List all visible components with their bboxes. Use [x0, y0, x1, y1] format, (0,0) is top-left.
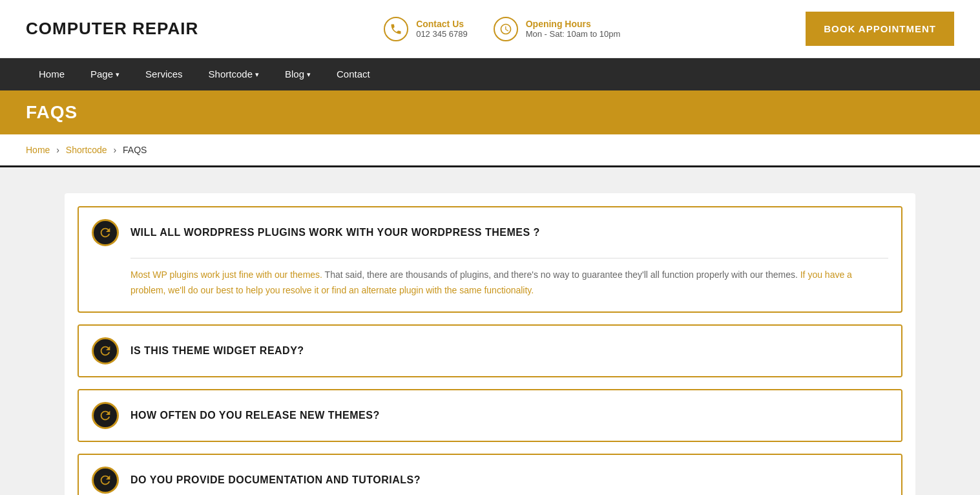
refresh-icon-3	[98, 408, 112, 423]
faq-question-2: IS THIS THEME WIDGET READY?	[130, 345, 304, 357]
faq-question-3: HOW OFTEN DO YOU RELEASE NEW THEMES?	[130, 410, 380, 421]
contact-info: Contact Us 012 345 6789	[384, 17, 468, 41]
faq-header-3[interactable]: HOW OFTEN DO YOU RELEASE NEW THEMES?	[79, 390, 901, 441]
faq-icon-3	[92, 402, 119, 429]
hours-value: Mon - Sat: 10am to 10pm	[526, 29, 621, 39]
faq-question-1: WILL ALL WORDPRESS PLUGINS WORK WITH YOU…	[130, 227, 540, 238]
faq-answer-1-part1: Most WP plugins work just fine with our …	[130, 269, 322, 280]
nav-blog-arrow: ▾	[307, 58, 311, 90]
breadcrumb-home[interactable]: Home	[26, 145, 50, 155]
nav-shortcode-arrow: ▾	[255, 58, 259, 90]
faq-header-2[interactable]: IS THIS THEME WIDGET READY?	[79, 326, 901, 376]
breadcrumb-sep-2: ›	[114, 145, 117, 155]
page-title: FAQS	[26, 102, 954, 123]
faq-item-2: IS THIS THEME WIDGET READY?	[78, 324, 902, 377]
faq-icon-2	[92, 337, 119, 364]
faq-icon-4	[92, 467, 119, 494]
faq-answer-1: Most WP plugins work just fine with our …	[130, 268, 888, 299]
phone-icon	[384, 17, 408, 41]
faq-question-4: DO YOU PROVIDE DOCUMENTATION AND TUTORIA…	[130, 474, 421, 486]
faq-item-3: HOW OFTEN DO YOU RELEASE NEW THEMES?	[78, 389, 902, 442]
refresh-icon-1	[98, 226, 112, 240]
nav-contact[interactable]: Contact	[324, 58, 383, 90]
main-navbar: Home Page ▾ Services Shortcode ▾ Blog ▾ …	[0, 58, 980, 90]
nav-page-arrow: ▾	[116, 58, 120, 90]
nav-shortcode[interactable]: Shortcode ▾	[196, 58, 272, 90]
site-logo: COMPUTER REPAIR	[26, 19, 198, 39]
faq-item-4: DO YOU PROVIDE DOCUMENTATION AND TUTORIA…	[78, 454, 902, 495]
faq-divider-1	[130, 258, 888, 258]
site-header: COMPUTER REPAIR Contact Us 012 345 6789 …	[0, 0, 980, 58]
faq-header-1[interactable]: WILL ALL WORDPRESS PLUGINS WORK WITH YOU…	[79, 207, 901, 258]
nav-home[interactable]: Home	[26, 58, 78, 90]
breadcrumb-shortcode[interactable]: Shortcode	[66, 145, 107, 155]
page-title-bar: FAQS	[0, 90, 980, 134]
hours-text: Opening Hours Mon - Sat: 10am to 10pm	[526, 19, 621, 39]
faq-icon-1	[92, 219, 119, 246]
main-content: WILL ALL WORDPRESS PLUGINS WORK WITH YOU…	[0, 167, 980, 495]
book-appointment-button[interactable]: BOOK APPOINTMENT	[806, 12, 954, 46]
faq-header-4[interactable]: DO YOU PROVIDE DOCUMENTATION AND TUTORIA…	[79, 455, 901, 495]
contact-text: Contact Us 012 345 6789	[416, 19, 468, 39]
breadcrumb: Home › Shortcode › FAQS	[0, 134, 980, 167]
header-contact-area: Contact Us 012 345 6789 Opening Hours Mo…	[384, 17, 620, 41]
breadcrumb-current: FAQS	[123, 145, 147, 155]
nav-services[interactable]: Services	[132, 58, 196, 90]
hours-label: Opening Hours	[526, 19, 621, 29]
refresh-icon-2	[98, 344, 112, 358]
faq-item-1: WILL ALL WORDPRESS PLUGINS WORK WITH YOU…	[78, 206, 902, 313]
nav-blog[interactable]: Blog ▾	[272, 58, 324, 90]
clock-icon	[494, 17, 518, 41]
contact-label: Contact Us	[416, 19, 468, 29]
contact-phone: 012 345 6789	[416, 29, 468, 39]
faq-container: WILL ALL WORDPRESS PLUGINS WORK WITH YOU…	[65, 193, 915, 495]
faq-answer-1-part2: That said, there are thousands of plugin…	[325, 269, 800, 280]
breadcrumb-sep-1: ›	[56, 145, 59, 155]
refresh-icon-4	[98, 473, 112, 487]
nav-page[interactable]: Page ▾	[78, 58, 132, 90]
faq-body-1: Most WP plugins work just fine with our …	[79, 258, 901, 311]
hours-info: Opening Hours Mon - Sat: 10am to 10pm	[494, 17, 621, 41]
